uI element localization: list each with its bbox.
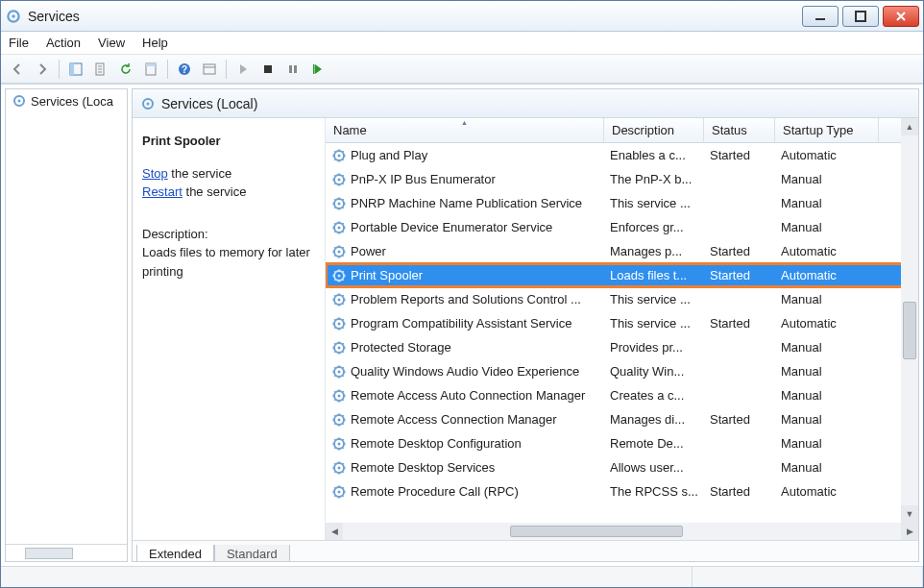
restart-service-button[interactable] bbox=[307, 59, 328, 80]
table-row[interactable]: Remote Access Auto Connection ManagerCre… bbox=[326, 383, 918, 407]
show-hide-tree-button[interactable] bbox=[65, 59, 86, 80]
service-name: Quality Windows Audio Video Experience bbox=[351, 364, 579, 379]
table-vscrollbar[interactable]: ▲ ▼ bbox=[901, 118, 918, 523]
service-status: Started bbox=[704, 316, 775, 331]
table-row[interactable]: Protected StorageProvides pr...Manual bbox=[326, 335, 918, 359]
service-detail-panel: Print Spooler Stop the service Restart t… bbox=[133, 118, 325, 540]
svg-point-43 bbox=[338, 418, 341, 421]
service-status: Started bbox=[704, 148, 775, 162]
table-row[interactable]: Portable Device Enumerator ServiceEnforc… bbox=[326, 215, 918, 239]
scroll-up-icon[interactable]: ▲ bbox=[901, 118, 918, 135]
service-description: Quality Win... bbox=[604, 364, 704, 379]
toolbar-extra-button[interactable] bbox=[199, 59, 220, 80]
service-startup: Automatic bbox=[775, 316, 879, 331]
details-pane: Services (Local) Print Spooler Stop the … bbox=[132, 88, 919, 562]
menu-help[interactable]: Help bbox=[142, 36, 168, 50]
table-row[interactable]: PowerManages p...StartedAutomatic bbox=[326, 239, 918, 263]
restart-service-link[interactable]: Restart bbox=[142, 184, 182, 199]
menubar: File Action View Help bbox=[1, 32, 923, 55]
col-description[interactable]: Description bbox=[604, 118, 704, 142]
table-row[interactable]: Remote Desktop ServicesAllows user...Man… bbox=[326, 455, 918, 479]
menu-action[interactable]: Action bbox=[46, 36, 81, 50]
close-button[interactable] bbox=[883, 6, 919, 27]
svg-point-29 bbox=[338, 250, 341, 253]
stop-service-button[interactable] bbox=[257, 59, 279, 80]
table-row[interactable]: Program Compatibility Assistant ServiceT… bbox=[326, 311, 918, 335]
col-startup[interactable]: Startup Type bbox=[775, 118, 879, 142]
service-startup: Automatic bbox=[775, 244, 879, 258]
table-hscrollbar[interactable]: ◀ ▶ bbox=[326, 523, 918, 540]
scroll-left-icon[interactable]: ◀ bbox=[326, 523, 343, 540]
table-row[interactable]: Quality Windows Audio Video ExperienceQu… bbox=[326, 359, 918, 383]
pause-service-button[interactable] bbox=[282, 59, 304, 80]
col-name[interactable]: Name▲ bbox=[326, 118, 604, 142]
window-title: Services bbox=[28, 9, 802, 24]
refresh-button[interactable] bbox=[115, 59, 136, 80]
description-label: Description: bbox=[142, 225, 315, 244]
vscroll-thumb[interactable] bbox=[903, 302, 916, 359]
stop-service-link[interactable]: Stop bbox=[142, 166, 168, 181]
service-name: Problem Reports and Solutions Control ..… bbox=[351, 292, 581, 306]
table-row[interactable]: Remote Desktop ConfigurationRemote De...… bbox=[326, 431, 918, 455]
svg-rect-2 bbox=[815, 18, 825, 20]
table-row[interactable]: PnP-X IP Bus EnumeratorThe PnP-X b...Man… bbox=[326, 167, 918, 191]
svg-point-1 bbox=[12, 14, 14, 17]
tree-root-services[interactable]: Services (Loca bbox=[6, 89, 127, 112]
nav-back-button[interactable] bbox=[7, 59, 28, 80]
service-name: Print Spooler bbox=[351, 268, 423, 282]
svg-rect-3 bbox=[856, 12, 865, 21]
help-button[interactable]: ? bbox=[174, 59, 195, 80]
menu-view[interactable]: View bbox=[98, 36, 125, 50]
service-status: Started bbox=[704, 244, 775, 258]
minimize-button[interactable] bbox=[802, 6, 839, 27]
svg-point-23 bbox=[338, 178, 341, 181]
pane-header: Services (Local) bbox=[133, 89, 918, 118]
service-name: Portable Device Enumerator Service bbox=[351, 220, 552, 234]
service-name: PNRP Machine Name Publication Service bbox=[351, 196, 582, 210]
table-row[interactable]: Plug and PlayEnables a c...StartedAutoma… bbox=[326, 143, 918, 167]
service-name: Protected Storage bbox=[351, 340, 451, 355]
service-description: Enforces gr... bbox=[604, 220, 704, 234]
service-status: Started bbox=[704, 412, 775, 427]
properties-button[interactable] bbox=[140, 59, 161, 80]
service-description: The PnP-X b... bbox=[604, 172, 704, 186]
toolbar: ? bbox=[1, 55, 923, 84]
table-body[interactable]: Plug and PlayEnables a c...StartedAutoma… bbox=[326, 143, 918, 523]
content-area: Services (Loca Services (Local) Print Sp… bbox=[1, 84, 923, 566]
service-description: Creates a c... bbox=[604, 388, 704, 403]
tab-extended[interactable]: Extended bbox=[136, 545, 214, 562]
nav-forward-button[interactable] bbox=[32, 59, 53, 80]
export-list-button[interactable] bbox=[90, 59, 111, 80]
service-description: Manages di... bbox=[604, 412, 704, 427]
console-tree-pane[interactable]: Services (Loca bbox=[5, 88, 128, 562]
table-row[interactable]: Problem Reports and Solutions Control ..… bbox=[326, 287, 918, 311]
table-row[interactable]: Remote Procedure Call (RPC)The RPCSS s..… bbox=[326, 479, 918, 503]
tab-standard[interactable]: Standard bbox=[214, 545, 290, 562]
service-startup: Automatic bbox=[775, 148, 879, 162]
service-status: Started bbox=[704, 268, 775, 282]
tree-hscrollbar[interactable] bbox=[6, 544, 127, 561]
service-name: Power bbox=[351, 244, 386, 258]
hscroll-thumb[interactable] bbox=[510, 526, 683, 537]
svg-rect-12 bbox=[264, 65, 272, 73]
selected-service-name: Print Spooler bbox=[142, 132, 315, 151]
start-service-button[interactable] bbox=[232, 59, 254, 80]
service-name: Plug and Play bbox=[351, 148, 427, 162]
svg-point-19 bbox=[147, 102, 150, 105]
col-status[interactable]: Status bbox=[704, 118, 775, 142]
service-name: Remote Desktop Services bbox=[351, 460, 495, 475]
service-startup: Manual bbox=[775, 172, 879, 186]
svg-point-33 bbox=[338, 298, 341, 301]
view-tabs: Extended Standard bbox=[133, 540, 918, 561]
scroll-right-icon[interactable]: ▶ bbox=[901, 523, 918, 540]
service-name: Remote Access Auto Connection Manager bbox=[351, 388, 585, 403]
maximize-button[interactable] bbox=[842, 6, 879, 27]
table-row[interactable]: Print SpoolerLoads files t...StartedAuto… bbox=[326, 263, 918, 287]
menu-file[interactable]: File bbox=[9, 36, 29, 50]
table-row[interactable]: Remote Access Connection ManagerManages … bbox=[326, 407, 918, 431]
scroll-down-icon[interactable]: ▼ bbox=[901, 505, 918, 523]
table-row[interactable]: PNRP Machine Name Publication ServiceThi… bbox=[326, 191, 918, 215]
statusbar bbox=[1, 566, 923, 587]
description-text: Loads files to memory for later printing bbox=[142, 243, 315, 281]
titlebar[interactable]: Services bbox=[1, 1, 923, 32]
